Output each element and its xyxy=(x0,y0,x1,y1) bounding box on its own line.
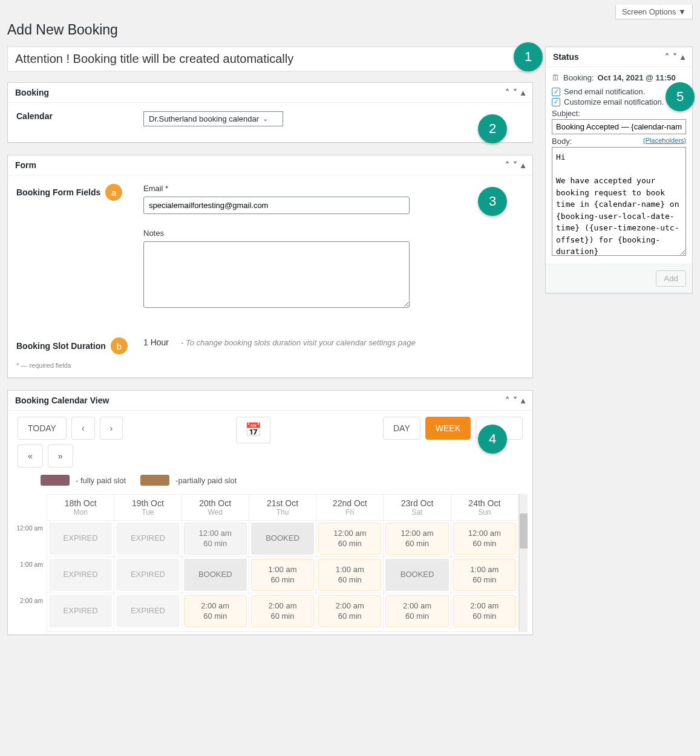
calendar-slot[interactable]: 2:00 am60 min xyxy=(184,595,247,627)
calendar-slot[interactable]: 12:00 am60 min xyxy=(385,523,448,555)
calendar-slot[interactable]: 12:00 am60 min xyxy=(318,523,381,555)
calendar-slot[interactable]: 1:00 am60 min xyxy=(453,559,516,591)
legend-full: - fully paid slot xyxy=(41,475,126,486)
collapse-icon[interactable]: ▴ xyxy=(521,396,525,405)
calendar-day-header: 21st OctThu xyxy=(249,495,316,520)
collapse-icon[interactable]: ▴ xyxy=(521,88,525,97)
legend-partial: -partially paid slot xyxy=(140,475,237,486)
calendar-day-header: 22nd OctFri xyxy=(316,495,384,520)
chevron-up-icon[interactable]: ˄ xyxy=(505,396,509,405)
body-label: Body: xyxy=(552,137,572,146)
calendar-slot: EXPIRED xyxy=(49,559,112,591)
calendar-icon: 🗓 xyxy=(552,73,560,82)
slot-duration-label: Booking Slot Duration b xyxy=(16,337,131,354)
customize-email-label: Customize email notification. xyxy=(564,97,664,106)
calendar-slot[interactable]: 2:00 am60 min xyxy=(385,595,448,627)
chevron-up-icon[interactable]: ˄ xyxy=(505,160,509,170)
booking-date-value: Oct 14, 2021 @ 11:50 xyxy=(598,73,676,82)
slot-duration-value: 1 Hour xyxy=(143,337,169,347)
chevron-up-icon[interactable]: ˄ xyxy=(505,88,509,97)
email-field-label: Email * xyxy=(143,184,410,193)
next-fast-button[interactable]: » xyxy=(48,445,73,468)
calendar-slot: BOOKED xyxy=(184,559,247,591)
time-label: 12:00 am xyxy=(13,523,47,559)
calendar-day-header: 20th OctWed xyxy=(182,495,249,520)
time-label: 1:00 am xyxy=(13,559,47,596)
calendar-slot[interactable]: 2:00 am60 min xyxy=(453,595,516,627)
calendar-select-value: Dr.Sutherland booking calendar xyxy=(149,114,259,123)
prev-fast-button[interactable]: « xyxy=(18,445,43,468)
today-button[interactable]: TODAY xyxy=(18,417,67,440)
subject-input[interactable] xyxy=(552,119,686,134)
datepicker-button[interactable]: 📅 xyxy=(236,417,270,443)
calendar-slot: BOOKED xyxy=(385,559,448,591)
legend-partial-swatch xyxy=(140,475,169,486)
next-button[interactable]: › xyxy=(100,417,123,440)
calendar-day-header: 23rd OctSat xyxy=(384,495,451,520)
calendar-slot: BOOKED xyxy=(251,523,314,555)
calendar-slot[interactable]: 2:00 am60 min xyxy=(251,595,314,627)
calendar-icon: 📅 xyxy=(245,422,261,437)
calendar-day-header: 24th OctSun xyxy=(451,495,518,520)
calendar-slot[interactable]: 1:00 am60 min xyxy=(251,559,314,591)
add-button[interactable]: Add xyxy=(656,270,686,287)
notes-field[interactable] xyxy=(143,241,410,308)
calendar-view-title: Booking Calendar View xyxy=(15,396,109,405)
notes-field-label: Notes xyxy=(143,229,410,238)
status-panel: Status ˄ ˅ ▴ 🗓 Booking: Oct 14, 2021 @ 1… xyxy=(545,47,693,293)
subject-label: Subject: xyxy=(552,109,686,118)
annotation-3: 3 xyxy=(478,187,507,216)
chevron-down-icon: ⌄ xyxy=(263,115,268,123)
booking-title-input[interactable] xyxy=(7,47,533,71)
screen-options-button[interactable]: Screen Options ▼ xyxy=(615,5,693,19)
booking-date-label: Booking: xyxy=(563,73,594,82)
required-fields-note: * — required fields xyxy=(16,362,524,369)
form-fields-label: Booking Form Fields a xyxy=(16,184,131,201)
send-email-checkbox[interactable]: ✓ xyxy=(552,88,560,96)
calendar-scrollbar[interactable] xyxy=(519,494,528,632)
calendar-slot[interactable]: 12:00 am60 min xyxy=(453,523,516,555)
chevron-down-icon[interactable]: ˅ xyxy=(513,396,517,405)
calendar-slot: EXPIRED xyxy=(116,523,179,555)
chevron-up-icon[interactable]: ˄ xyxy=(665,52,669,62)
annotation-a: a xyxy=(105,184,122,201)
send-email-label: Send email notification. xyxy=(564,87,645,96)
calendar-slot: EXPIRED xyxy=(49,523,112,555)
slot-duration-hint: - To change booking slots duration visit… xyxy=(181,338,416,347)
form-panel-title: Form xyxy=(15,160,36,170)
form-panel: Form ˄ ˅ ▴ Booking Form Fields a Email * xyxy=(7,155,533,378)
calendar-day-header: 18th OctMon xyxy=(47,495,114,520)
annotation-2: 2 xyxy=(478,114,507,143)
chevron-down-icon[interactable]: ˅ xyxy=(513,88,517,97)
page-title: Add New Booking xyxy=(7,22,693,38)
chevron-down-icon[interactable]: ˅ xyxy=(673,52,677,62)
annotation-4: 4 xyxy=(478,425,507,454)
annotation-1: 1 xyxy=(514,42,543,71)
calendar-slot: EXPIRED xyxy=(116,559,179,591)
calendar-slot: EXPIRED xyxy=(116,595,179,627)
booking-panel: Booking ˄ ˅ ▴ Calendar Dr.Sutherland boo… xyxy=(7,82,533,143)
customize-email-checkbox[interactable]: ✓ xyxy=(552,98,560,106)
calendar-select[interactable]: Dr.Sutherland booking calendar ⌄ xyxy=(143,111,283,126)
calendar-day-header: 19th OctTue xyxy=(114,495,182,520)
annotation-5: 5 xyxy=(666,82,695,111)
status-panel-title: Status xyxy=(553,52,579,62)
placeholders-link[interactable]: (Placeholders) xyxy=(643,137,686,144)
prev-button[interactable]: ‹ xyxy=(71,417,95,440)
calendar-slot[interactable]: 12:00 am60 min xyxy=(184,523,247,555)
booking-panel-title: Booking xyxy=(15,88,49,97)
calendar-slot: EXPIRED xyxy=(49,595,112,627)
legend-full-swatch xyxy=(41,475,70,486)
body-textarea[interactable] xyxy=(552,147,686,256)
collapse-icon[interactable]: ▴ xyxy=(521,160,525,170)
calendar-slot[interactable]: 1:00 am60 min xyxy=(318,559,381,591)
email-field[interactable] xyxy=(143,197,410,214)
collapse-icon[interactable]: ▴ xyxy=(681,52,685,62)
time-label: 2:00 am xyxy=(13,596,47,632)
week-view-button[interactable]: WEEK xyxy=(425,417,471,440)
calendar-view-panel: Booking Calendar View ˄ ˅ ▴ TODAY ‹ › « xyxy=(7,390,533,635)
annotation-b: b xyxy=(111,337,128,354)
day-view-button[interactable]: DAY xyxy=(383,417,420,440)
calendar-slot[interactable]: 2:00 am60 min xyxy=(318,595,381,627)
chevron-down-icon[interactable]: ˅ xyxy=(513,160,517,170)
